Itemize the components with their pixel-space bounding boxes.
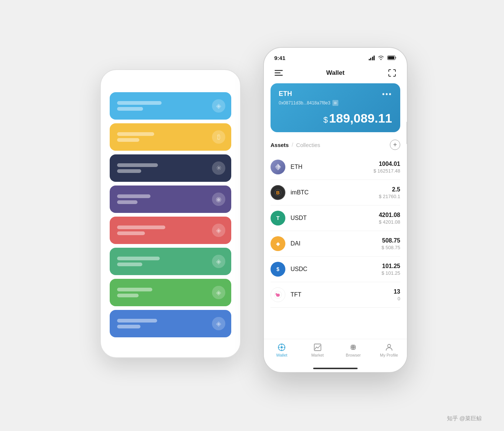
phone-front: 9:41: [263, 47, 408, 373]
wallet-card-8[interactable]: ◈: [110, 310, 231, 337]
eth-card-menu[interactable]: •••: [382, 90, 392, 98]
usdt-values: 4201.08 $ 4201.08: [379, 212, 400, 225]
card-icon-2: ₿: [212, 130, 225, 144]
scene: ◈ ₿ ✳ ◉: [85, 40, 419, 391]
eth-usd: $ 162517.48: [374, 168, 400, 174]
svg-rect-4: [275, 75, 283, 76]
svg-point-25: [388, 344, 391, 347]
side-button: [407, 122, 408, 144]
phone-back: ◈ ₿ ✳ ◉: [100, 69, 241, 358]
profile-tab-icon: [385, 343, 394, 352]
usdc-amount: 101.25: [381, 263, 400, 270]
tab-profile[interactable]: My Profile: [378, 343, 400, 357]
home-indicator: [313, 368, 358, 369]
tab-market[interactable]: Market: [306, 343, 329, 357]
dai-name: DAI: [291, 240, 381, 247]
wallet-card-2[interactable]: ₿: [110, 123, 231, 151]
wallet-card-6[interactable]: ◈: [110, 248, 231, 275]
card-icon-3: ✳: [212, 161, 225, 175]
market-tab-icon: [313, 343, 322, 352]
tab-divider: /: [292, 142, 293, 148]
eth-card[interactable]: ETH ••• 0x08711d3b...8418a7f8e3 ⊞ $189,0…: [271, 83, 400, 132]
wallet-card-5[interactable]: ◈: [110, 217, 231, 244]
svg-rect-20: [314, 344, 321, 351]
status-icons: [369, 56, 397, 60]
card-icon-1: ◈: [212, 99, 225, 113]
asset-imbtc[interactable]: B imBTC 2.5 $ 21760.1: [271, 180, 400, 206]
usdc-values: 101.25 $ 101.25: [381, 263, 400, 276]
tft-values: 13 0: [394, 288, 400, 301]
card-icon-7: ◈: [212, 286, 225, 299]
nav-bar: Wallet: [264, 64, 407, 83]
eth-amount: 1004.01: [374, 161, 400, 167]
tab-market-label: Market: [311, 353, 324, 357]
imbtc-name: imBTC: [291, 189, 379, 196]
svg-text:T: T: [276, 215, 280, 221]
wallet-card-7[interactable]: ◈: [110, 279, 231, 306]
nav-title: Wallet: [326, 69, 344, 77]
watermark: 知乎 @菜巨鲸: [447, 415, 482, 422]
svg-marker-5: [278, 164, 281, 168]
scan-icon[interactable]: [386, 67, 398, 79]
menu-icon[interactable]: [273, 67, 285, 79]
status-bar: 9:41: [264, 48, 407, 64]
dollar-sign: $: [324, 115, 328, 124]
tab-profile-label: My Profile: [380, 353, 398, 357]
wallet-tab-icon: [277, 343, 286, 352]
usdc-logo: $: [271, 262, 285, 277]
card-icon-5: ◈: [212, 224, 225, 237]
add-asset-button[interactable]: +: [390, 140, 400, 150]
dai-amount: 508.75: [381, 237, 400, 244]
imbtc-logo: B: [271, 185, 285, 200]
dai-values: 508.75 $ 508.75: [381, 237, 400, 250]
asset-eth[interactable]: ETH 1004.01 $ 162517.48: [271, 154, 400, 180]
tab-bar: Wallet Market Browser: [264, 339, 407, 366]
eth-card-name: ETH: [279, 90, 292, 98]
assets-tabs: Assets / Collecties: [271, 142, 320, 148]
usdt-logo: T: [271, 211, 285, 225]
card-icon-4: ◉: [212, 193, 225, 206]
tab-browser[interactable]: Browser: [342, 343, 364, 357]
svg-point-19: [281, 346, 283, 348]
browser-tab-icon: [349, 343, 358, 352]
tab-wallet-label: Wallet: [276, 353, 287, 357]
asset-usdt[interactable]: T USDT 4201.08 $ 4201.08: [271, 206, 400, 231]
asset-dai[interactable]: ◈ DAI 508.75 $ 508.75: [271, 231, 400, 257]
usdc-usd: $ 101.25: [381, 270, 400, 276]
usdt-amount: 4201.08: [379, 212, 400, 218]
svg-text:B: B: [276, 190, 279, 196]
assets-header: Assets / Collecties +: [271, 140, 400, 150]
asset-tft[interactable]: TFT 13 0: [271, 282, 400, 308]
eth-name: ETH: [291, 164, 374, 170]
usdt-usd: $ 4201.08: [379, 219, 400, 225]
svg-rect-1: [388, 56, 394, 59]
signal-icon: [369, 56, 375, 60]
tft-name: TFT: [291, 291, 394, 298]
usdt-name: USDT: [291, 215, 379, 221]
tab-assets[interactable]: Assets: [271, 142, 289, 148]
svg-marker-6: [275, 164, 278, 168]
asset-usdc[interactable]: $ USDC 101.25 $ 101.25: [271, 257, 400, 282]
svg-rect-3: [275, 73, 281, 74]
tft-usd: 0: [394, 296, 400, 301]
copy-address-icon[interactable]: ⊞: [332, 100, 338, 106]
svg-text:$: $: [276, 266, 279, 272]
eth-address: 0x08711d3b...8418a7f8e3 ⊞: [279, 100, 392, 106]
usdc-name: USDC: [291, 266, 381, 273]
wifi-icon: [378, 56, 384, 60]
eth-values: 1004.01 $ 162517.48: [374, 161, 400, 174]
eth-balance: $189,089.11: [279, 111, 392, 126]
svg-text:◈: ◈: [276, 241, 280, 247]
wallet-card-4[interactable]: ◉: [110, 186, 231, 213]
status-time: 9:41: [274, 55, 285, 61]
tab-wallet[interactable]: Wallet: [271, 343, 293, 357]
card-icon-6: ◈: [212, 255, 225, 268]
imbtc-values: 2.5 $ 21760.1: [379, 186, 400, 199]
battery-icon: [387, 56, 397, 60]
wallet-card-3[interactable]: ✳: [110, 154, 231, 182]
imbtc-usd: $ 21760.1: [379, 194, 400, 199]
wallet-card-1[interactable]: ◈: [110, 92, 231, 120]
tft-logo: [271, 287, 285, 302]
tab-collecties[interactable]: Collecties: [296, 142, 320, 148]
imbtc-amount: 2.5: [379, 186, 400, 193]
